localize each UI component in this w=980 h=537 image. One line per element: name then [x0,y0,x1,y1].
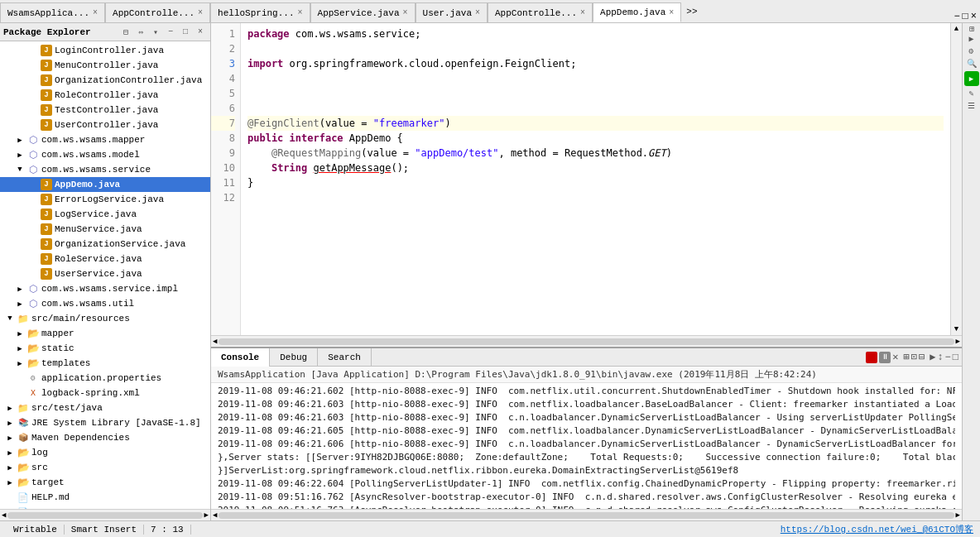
list-item[interactable]: ▶ ⬡ com.ws.wsams.mapper [0,132,210,147]
xml-icon: X [26,386,40,400]
tab-appservice[interactable]: AppService.java × [310,2,416,22]
tab-wsams[interactable]: WsamsApplica... × [0,2,105,22]
link-editor-icon[interactable]: ⇔ [134,26,147,39]
list-item[interactable]: J UserController.java [0,117,210,132]
stop-icon[interactable] [866,352,877,363]
tab-overflow[interactable]: >> [681,3,702,20]
list-item[interactable]: ⚙ application.properties [0,371,210,386]
console-btn3[interactable]: ⊟ [919,351,925,363]
panel-menu-icon[interactable]: ▾ [149,26,162,39]
editor-minimize[interactable]: − [954,11,959,22]
console-line: 2019-11-08 09:46:21.605 [http-nio-8088-e… [218,424,955,438]
status-insert-mode[interactable]: Smart Insert [65,525,144,535]
status-url[interactable]: https://blog.csdn.net/wei_@61CTO博客 [781,523,973,535]
list-item[interactable]: J UserService.java [0,266,210,281]
list-item[interactable]: J LoginController.java [0,43,210,58]
tab-close-6[interactable]: × [669,8,674,17]
scroll-right-btn-editor[interactable]: ▶ [956,337,960,346]
console-maximize[interactable]: □ [953,352,958,363]
console-scroll-right[interactable]: ▶ [956,511,960,520]
list-item[interactable]: ▶ ⬡ com.ws.wsams.service.impl [0,281,210,296]
tab-search[interactable]: Search [318,348,372,367]
list-item[interactable]: ▶ 📦 Maven Dependencies [0,430,210,445]
tab-appcontroller1[interactable]: AppControlle... × [105,2,210,22]
editor-console-area: 1 2 3 4 5 6 7 8 9 10 11 12 package com.w… [211,23,962,520]
tab-close-1[interactable]: × [198,8,203,17]
list-item[interactable]: ▶ 📂 templates [0,356,210,371]
panel-maximize-icon[interactable]: □ [179,26,192,39]
scroll-track-h[interactable] [7,512,202,519]
right-icon-6[interactable]: ☰ [968,101,975,111]
list-item[interactable]: J MenuService.java [0,222,210,237]
list-item[interactable]: 📄 HELP.md [0,490,210,505]
list-item[interactable]: ▶ 📁 src/test/java [0,400,210,415]
tab-appcontroller2[interactable]: AppControlle... × [488,2,593,22]
editor-scrollbar-h[interactable]: ◀ ▶ [211,335,962,347]
panel-close-icon[interactable]: × [194,26,207,39]
tab-close-3[interactable]: × [403,8,408,17]
right-icon-1[interactable]: ⊞ [967,26,976,31]
list-item[interactable]: J OrganizationService.java [0,237,210,252]
tab-debug[interactable]: Debug [270,348,318,367]
list-item[interactable]: J AppDemo.java [0,177,210,192]
tab-close-5[interactable]: × [580,8,585,17]
scroll-left-btn-editor[interactable]: ◀ [213,337,217,346]
right-icon-2[interactable]: ▶ [968,34,973,44]
console-scroll-left[interactable]: ◀ [213,511,217,520]
console-btn1[interactable]: ⊞ [903,351,909,363]
code-editor[interactable]: package com.ws.wsams.service; import org… [241,23,950,335]
tab-close-2[interactable]: × [298,8,303,17]
status-writable[interactable]: Writable [7,525,65,535]
right-icon-3[interactable]: ⚙ [968,46,973,56]
console-btn2[interactable]: ⊡ [911,351,917,363]
scroll-track-editor-h[interactable] [219,338,954,345]
list-item[interactable]: ▶ ⬡ com.ws.wsams.util [0,296,210,311]
list-item[interactable]: ▼ 📁 src/main/resources [0,311,210,326]
list-item[interactable]: ▶ 📂 mapper [0,326,210,341]
list-item[interactable]: J LogService.java [0,207,210,222]
tab-console[interactable]: Console [211,348,270,367]
list-item[interactable]: J TestController.java [0,103,210,117]
tab-user[interactable]: User.java × [416,2,488,22]
list-item[interactable]: J MenuController.java [0,58,210,73]
list-item[interactable]: ▶ 📂 static [0,341,210,356]
collapse-all-icon[interactable]: ⊟ [119,26,132,39]
console-scroll-track[interactable] [219,512,954,519]
scroll-right-btn[interactable]: ▶ [204,511,209,520]
list-item[interactable]: J OrganizationController.java [0,73,210,88]
editor-close[interactable]: × [971,11,977,22]
list-item[interactable]: J RoleController.java [0,88,210,103]
scroll-down-btn[interactable]: ▼ [953,324,960,335]
console-scrollbar-h[interactable]: ◀ ▶ [211,509,962,520]
list-item[interactable]: J ErrorLogService.java [0,192,210,207]
list-item[interactable]: ▶ 📂 src [0,460,210,475]
clear-console-icon[interactable]: ✕ [892,351,898,363]
right-icon-5[interactable]: ✎ [968,89,973,98]
console-output[interactable]: 2019-11-08 09:46:21.602 [http-nio-8088-e… [211,383,962,509]
list-item[interactable]: X logback-spring.xml [0,386,210,400]
right-icon-green[interactable]: ▶ [964,71,979,86]
list-item[interactable]: ▼ ⬡ com.ws.wsams.service [0,162,210,177]
editor-scrollbar-v[interactable]: ▲ ▼ [950,23,962,335]
editor-maximize[interactable]: □ [963,11,968,22]
item-label: com.ws.wsams.service.impl [41,284,178,294]
tab-appdemo[interactable]: AppDemo.java × [593,2,681,22]
list-item[interactable]: ▶ 📂 target [0,475,210,490]
console-minimize[interactable]: − [945,352,951,363]
scroll-left-btn[interactable]: ◀ [2,511,6,520]
right-icon-4[interactable]: 🔍 [967,59,977,69]
list-item[interactable]: ▶ 📂 log [0,445,210,460]
panel-minimize-icon[interactable]: − [164,26,177,39]
line-num: 3 [211,56,235,71]
tree-scrollbar-h[interactable]: ◀ ▶ [0,509,210,520]
list-item[interactable]: ▶ ⬡ com.ws.wsams.model [0,147,210,162]
console-btn5[interactable]: ↕ [937,352,943,363]
pause-icon[interactable]: ⏸ [879,352,891,363]
tab-close-wsams[interactable]: × [93,8,98,17]
list-item[interactable]: ▶ 📚 JRE System Library [JavaSE-1.8] [0,415,210,430]
list-item[interactable]: J RoleService.java [0,252,210,266]
tab-close-4[interactable]: × [475,8,480,17]
console-btn4[interactable]: ▶ [930,351,935,363]
tab-hellospring[interactable]: helloSpring... × [210,2,310,22]
scroll-up-btn[interactable]: ▲ [953,23,960,35]
